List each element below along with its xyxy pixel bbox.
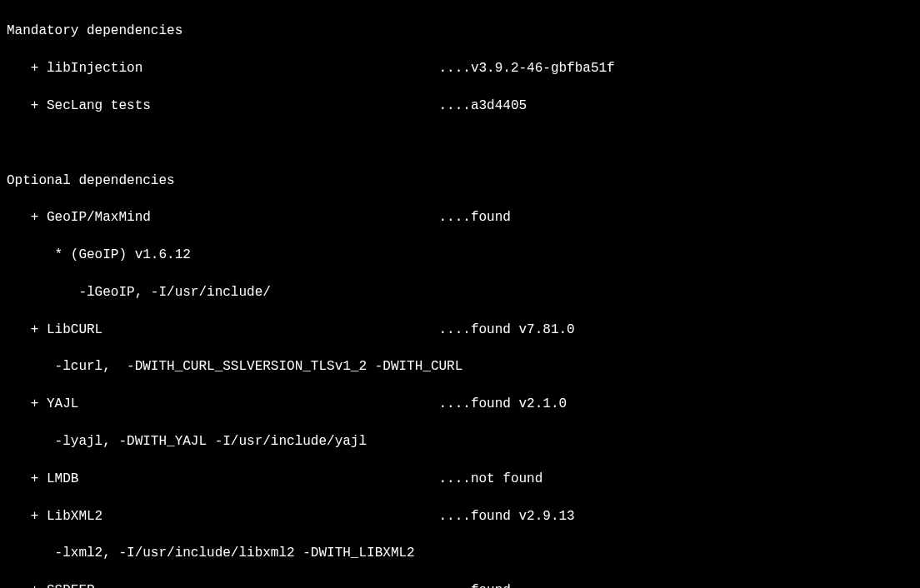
dep-libxml2: + LibXML2 ....found v2.9.13	[7, 507, 913, 526]
dep-seclang: + SecLang tests ....a3d4405	[7, 97, 913, 115]
blank-line	[7, 134, 913, 152]
section-mandatory-header: Mandatory dependencies	[7, 22, 913, 40]
dep-geoip: + GeoIP/MaxMind ....found	[7, 208, 913, 227]
dep-geoip-flags: -lGeoIP, -I/usr/include/	[7, 283, 913, 301]
dep-geoip-version: * (GeoIP) v1.6.12	[7, 246, 913, 264]
dep-lmdb: + LMDB ....not found	[7, 470, 913, 488]
dep-libinjection: + libInjection ....v3.9.2-46-gbfba51f	[7, 59, 913, 77]
section-optional-header: Optional dependencies	[7, 172, 913, 190]
dep-yajl-flags: -lyajl, -DWITH_YAJL -I/usr/include/yajl	[7, 432, 913, 451]
dep-ssdeep: + SSDEEP ....found	[7, 581, 913, 588]
dep-yajl: + YAJL ....found v2.1.0	[7, 395, 913, 413]
dep-libxml2-flags: -lxml2, -I/usr/include/libxml2 -DWITH_LI…	[7, 544, 913, 562]
dep-libcurl: + LibCURL ....found v7.81.0	[7, 321, 913, 339]
terminal-output[interactable]: Mandatory dependencies + libInjection ..…	[0, 0, 920, 588]
dep-libcurl-flags: -lcurl, -DWITH_CURL_SSLVERSION_TLSv1_2 -…	[7, 357, 913, 376]
